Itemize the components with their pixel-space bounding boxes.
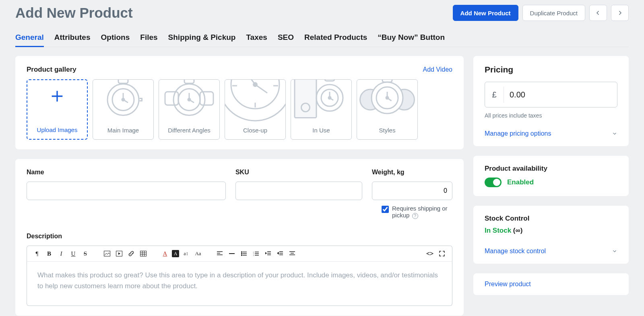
requires-shipping-checkbox[interactable] — [382, 206, 389, 213]
requires-shipping-label: Requires shipping or pickup ? — [392, 205, 452, 219]
thumb-main-image[interactable]: Main Image — [93, 79, 154, 140]
chevron-down-icon — [612, 131, 617, 136]
add-new-product-button[interactable]: Add New Product — [453, 5, 518, 21]
tab-files[interactable]: Files — [140, 33, 157, 42]
svg-rect-6 — [184, 79, 194, 83]
svg-point-30 — [242, 253, 242, 254]
svg-point-29 — [242, 252, 242, 252]
watch-icon — [291, 79, 351, 127]
page-title: Add New Product — [15, 5, 133, 21]
bold-icon[interactable]: B — [44, 248, 54, 259]
thumb-in-use[interactable]: In Use — [291, 79, 352, 140]
font-size-icon[interactable]: a↕ — [181, 248, 191, 259]
outdent-icon[interactable] — [263, 248, 273, 259]
preview-card: Preview product — [473, 273, 629, 295]
code-icon[interactable]: <> — [425, 248, 435, 259]
add-video-link[interactable]: Add Video — [423, 66, 452, 73]
paragraph-icon[interactable]: ¶ — [32, 248, 42, 259]
tab-general[interactable]: General — [15, 33, 44, 42]
prev-button[interactable] — [589, 5, 607, 21]
tab-shipping-pickup[interactable]: Shipping & Pickup — [168, 33, 236, 42]
indent-icon[interactable] — [275, 248, 285, 259]
highlight-icon[interactable]: A — [172, 250, 179, 257]
hr-icon[interactable] — [227, 248, 237, 259]
upload-images-tile[interactable]: Upload Images — [27, 79, 88, 140]
watch-icon — [159, 79, 219, 127]
tab-related-products[interactable]: Related Products — [304, 33, 367, 42]
product-gallery-card: Product gallery Add Video Upload Images — [15, 56, 464, 149]
description-editor[interactable]: What makes this product so great? Use th… — [27, 262, 452, 306]
page-header: Add New Product Add New Product Duplicat… — [15, 0, 629, 22]
pricing-note: All prices include taxes — [485, 112, 617, 119]
thumb-different-angles[interactable]: Different Angles — [159, 79, 220, 140]
thumb-label: Main Image — [107, 127, 139, 134]
table-icon[interactable] — [138, 248, 149, 259]
availability-card: Product availability Enabled — [473, 156, 629, 196]
availability-toggle[interactable] — [485, 178, 502, 187]
thumb-label: In Use — [312, 127, 330, 134]
product-details-card: Name SKU Weight, kg Requires shipping or… — [15, 159, 464, 316]
svg-text:3: 3 — [253, 254, 254, 256]
arrow-left-icon — [594, 9, 602, 17]
svg-rect-28 — [140, 251, 147, 256]
italic-icon[interactable]: I — [56, 248, 66, 259]
name-label: Name — [27, 169, 226, 176]
watch-icon — [225, 79, 285, 127]
tab-options[interactable]: Options — [101, 33, 130, 42]
font-case-icon[interactable]: Aa — [193, 248, 203, 259]
header-actions: Add New Product Duplicate Product — [453, 5, 629, 21]
plus-icon — [49, 88, 65, 104]
thumb-close-up[interactable]: Close-up — [225, 79, 286, 140]
svg-point-31 — [242, 255, 242, 256]
svg-rect-15 — [325, 79, 334, 81]
name-input[interactable] — [27, 182, 226, 200]
description-label: Description — [27, 233, 452, 240]
pricing-card: Pricing £ All prices include taxes Manag… — [473, 56, 629, 146]
preview-product-link[interactable]: Preview product — [485, 281, 531, 287]
duplicate-product-button[interactable]: Duplicate Product — [522, 5, 585, 21]
svg-rect-0 — [118, 79, 128, 83]
thumb-label: Close-up — [243, 127, 267, 134]
tab-buy-now-button[interactable]: “Buy Now” Button — [378, 33, 445, 42]
tab-taxes[interactable]: Taxes — [246, 33, 267, 42]
strike-icon[interactable]: S — [80, 248, 91, 259]
pricing-title: Pricing — [485, 65, 617, 74]
svg-rect-5 — [200, 92, 213, 105]
sku-input[interactable] — [235, 182, 362, 200]
currency-label: £ — [485, 87, 504, 103]
next-button[interactable] — [611, 5, 629, 21]
price-input-wrap: £ — [485, 82, 617, 107]
sku-label: SKU — [235, 169, 362, 176]
manage-pricing-options[interactable]: Manage pricing options — [485, 130, 617, 137]
stock-title: Stock Control — [485, 215, 617, 223]
align-icon[interactable] — [287, 248, 297, 259]
tabs: General Attributes Options Files Shippin… — [15, 33, 629, 47]
stock-control-card: Stock Control In Stock (∞) Manage stock … — [473, 206, 629, 264]
weight-input[interactable] — [372, 182, 452, 200]
svg-rect-4 — [165, 92, 178, 105]
tab-attributes[interactable]: Attributes — [54, 33, 91, 42]
weight-label: Weight, kg — [372, 169, 452, 176]
bullet-list-icon[interactable] — [239, 248, 249, 259]
editor-toolbar: ¶ B I U S — [27, 246, 452, 262]
help-icon[interactable]: ? — [412, 213, 418, 219]
svg-marker-27 — [118, 252, 120, 255]
thumb-label: Different Angles — [168, 127, 211, 134]
font-color-icon[interactable]: A — [160, 248, 170, 259]
align-left-icon[interactable] — [215, 248, 225, 259]
video-icon[interactable] — [114, 248, 124, 259]
fullscreen-icon[interactable] — [437, 248, 447, 259]
product-gallery-title: Product gallery — [27, 66, 76, 74]
tab-seo[interactable]: SEO — [278, 33, 294, 42]
thumb-styles[interactable]: Styles — [357, 79, 418, 140]
image-icon[interactable] — [102, 248, 112, 259]
stock-status: In Stock (∞) — [485, 227, 617, 235]
watch-icon — [93, 79, 153, 127]
price-input[interactable] — [504, 90, 617, 99]
manage-stock-control[interactable]: Manage stock control — [485, 248, 617, 255]
chevron-down-icon — [612, 248, 617, 254]
underline-icon[interactable]: U — [68, 248, 78, 259]
number-list-icon[interactable]: 123 — [251, 248, 261, 259]
link-icon[interactable] — [126, 248, 136, 259]
availability-title: Product availability — [485, 165, 617, 173]
